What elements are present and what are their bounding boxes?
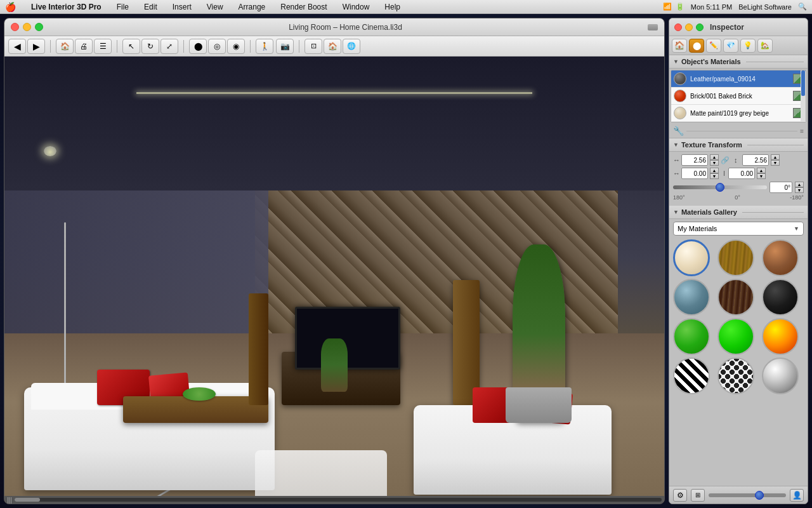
select-tool-button[interactable]: ↖ xyxy=(122,39,140,54)
offset-x-down[interactable]: ▼ xyxy=(710,173,719,179)
scale-x-icon: ↔ xyxy=(673,156,679,164)
insp-object-button[interactable]: 🏠 xyxy=(672,39,687,53)
material-item-1[interactable]: Brick/001 Baked Brick xyxy=(671,88,806,105)
gallery-item-wood[interactable] xyxy=(717,239,754,276)
insp-material-button[interactable]: ⬤ xyxy=(689,39,704,53)
maximize-button[interactable] xyxy=(35,23,43,31)
rotation-slider-thumb[interactable] xyxy=(716,183,724,192)
inspector-close-button[interactable] xyxy=(674,23,682,31)
figure-button[interactable]: 🚶 xyxy=(256,39,273,54)
gallery-item-darkwood[interactable] xyxy=(717,279,754,316)
floor-plan-button[interactable]: 🏠 xyxy=(56,39,74,54)
3d-viewport[interactable]: ||| xyxy=(4,57,664,504)
render-button[interactable]: ◉ xyxy=(227,39,245,54)
rotation-stepper[interactable]: ▲ ▼ xyxy=(795,182,804,193)
rotation-input[interactable] xyxy=(769,182,792,193)
inspector-zoom-slider[interactable] xyxy=(709,493,786,497)
gallery-item-silver[interactable] xyxy=(762,358,799,394)
scale-x-down[interactable]: ▼ xyxy=(710,160,719,166)
nav-back-button[interactable]: ◀ xyxy=(8,39,26,54)
menu-file[interactable]: File xyxy=(114,3,131,11)
material-item-2[interactable]: Matte paint/1019 grey beige xyxy=(671,105,806,122)
search-icon[interactable]: 🔍 xyxy=(798,3,807,11)
gallery-item-cream[interactable] xyxy=(673,239,710,276)
inspector-person-button[interactable]: 👤 xyxy=(790,489,804,502)
pencil-icon[interactable]: 🔧 xyxy=(673,126,684,136)
gallery-grid xyxy=(673,239,804,394)
rotation-slider-track[interactable] xyxy=(673,185,767,189)
insp-paint-button[interactable]: ✏️ xyxy=(706,39,721,53)
move-tool-button[interactable]: ⤢ xyxy=(160,39,178,54)
inspector-maximize-button[interactable] xyxy=(696,23,704,31)
gallery-collapse-icon[interactable]: ▼ xyxy=(673,209,679,215)
inspector-zoom-thumb[interactable] xyxy=(755,491,764,500)
home-view-button[interactable]: 🏠 xyxy=(324,39,341,54)
gallery-item-spots[interactable] xyxy=(717,358,754,394)
close-button[interactable] xyxy=(11,23,19,31)
inspector-settings-button[interactable]: ⚙ xyxy=(673,489,687,502)
material-item-0[interactable]: Leather/pamela_09014 xyxy=(671,70,806,88)
sphere-button[interactable]: ⬤ xyxy=(189,39,207,54)
3d-view-button[interactable]: ⊡ xyxy=(304,39,322,54)
menu-window[interactable]: Window xyxy=(340,3,372,11)
scale-x-up[interactable]: ▲ xyxy=(710,154,719,160)
scrollbar-track[interactable] xyxy=(15,498,662,502)
gallery-dropdown[interactable]: My Materials ▼ xyxy=(673,222,804,236)
menu-insert[interactable]: Insert xyxy=(170,3,194,11)
battery-icon: 🔋 xyxy=(676,3,684,11)
camera-button[interactable]: 📷 xyxy=(276,39,294,54)
viewport-scrollbar[interactable]: ||| xyxy=(4,496,664,504)
menu-arrange[interactable]: Arrange xyxy=(236,3,268,11)
chain-link-icon[interactable]: 🔗 xyxy=(721,156,730,164)
gallery-item-green2[interactable] xyxy=(717,318,754,355)
insp-house-button[interactable]: 🏡 xyxy=(757,39,773,53)
window-resize-handle[interactable] xyxy=(648,24,658,30)
nav-forward-button[interactable]: ▶ xyxy=(27,39,45,54)
scale-y-input[interactable] xyxy=(742,154,769,166)
menu-app[interactable]: Live Interior 3D Pro xyxy=(29,3,104,11)
gallery-item-brick[interactable] xyxy=(762,239,799,276)
scale-y-down[interactable]: ▼ xyxy=(771,160,780,166)
scale-y-stepper[interactable]: ▲ ▼ xyxy=(771,154,780,166)
scale-x-stepper[interactable]: ▲ ▼ xyxy=(710,154,719,166)
materials-list[interactable]: Leather/pamela_09014 Brick/001 Baked Bri… xyxy=(671,70,806,123)
section-collapse-icon[interactable]: ▼ xyxy=(673,58,679,65)
insp-texture-button[interactable]: 💎 xyxy=(723,39,738,53)
texture-collapse-icon[interactable]: ▼ xyxy=(673,142,679,148)
scrollbar-thumb[interactable] xyxy=(15,498,40,502)
overview-button[interactable]: 🌐 xyxy=(343,39,360,54)
rotation-up[interactable]: ▲ xyxy=(795,182,804,187)
offset-y-down[interactable]: ▼ xyxy=(757,173,766,179)
rotate-tool-button[interactable]: ↻ xyxy=(141,39,159,54)
material-options-icon[interactable]: ≡ xyxy=(800,128,804,135)
orbit-button[interactable]: ◎ xyxy=(208,39,226,54)
materials-scroll-thumb[interactable] xyxy=(801,70,805,96)
gallery-item-dark[interactable] xyxy=(762,279,799,316)
scale-x-input[interactable] xyxy=(681,154,708,166)
menu-help[interactable]: Help xyxy=(382,3,403,11)
gallery-item-zebra[interactable] xyxy=(673,358,710,394)
offset-y-stepper[interactable]: ▲ ▼ xyxy=(757,168,766,179)
inspector-fit-button[interactable]: ⊞ xyxy=(691,489,705,502)
apple-menu[interactable]: 🍎 xyxy=(5,2,16,12)
nav-group: ◀ ▶ xyxy=(8,39,45,54)
offset-x-up[interactable]: ▲ xyxy=(710,168,719,173)
gallery-item-fire[interactable] xyxy=(762,318,799,355)
offset-x-input[interactable] xyxy=(681,168,708,179)
offset-x-stepper[interactable]: ▲ ▼ xyxy=(710,168,719,179)
menu-render-boost[interactable]: Render Boost xyxy=(278,3,329,11)
offset-y-input[interactable] xyxy=(728,168,755,179)
menu-edit[interactable]: Edit xyxy=(141,3,160,11)
minimize-button[interactable] xyxy=(23,23,31,31)
gallery-item-green[interactable] xyxy=(673,318,710,355)
scale-y-up[interactable]: ▲ xyxy=(771,154,780,160)
menu-view[interactable]: View xyxy=(204,3,226,11)
print-button[interactable]: 🖨 xyxy=(75,39,93,54)
gallery-item-stone[interactable] xyxy=(673,279,710,316)
materials-scrollbar[interactable] xyxy=(801,70,806,122)
rotation-down[interactable]: ▼ xyxy=(795,187,804,193)
offset-y-up[interactable]: ▲ xyxy=(757,168,766,173)
list-button[interactable]: ☰ xyxy=(94,39,112,54)
insp-light-button[interactable]: 💡 xyxy=(740,39,756,53)
inspector-minimize-button[interactable] xyxy=(685,23,693,31)
